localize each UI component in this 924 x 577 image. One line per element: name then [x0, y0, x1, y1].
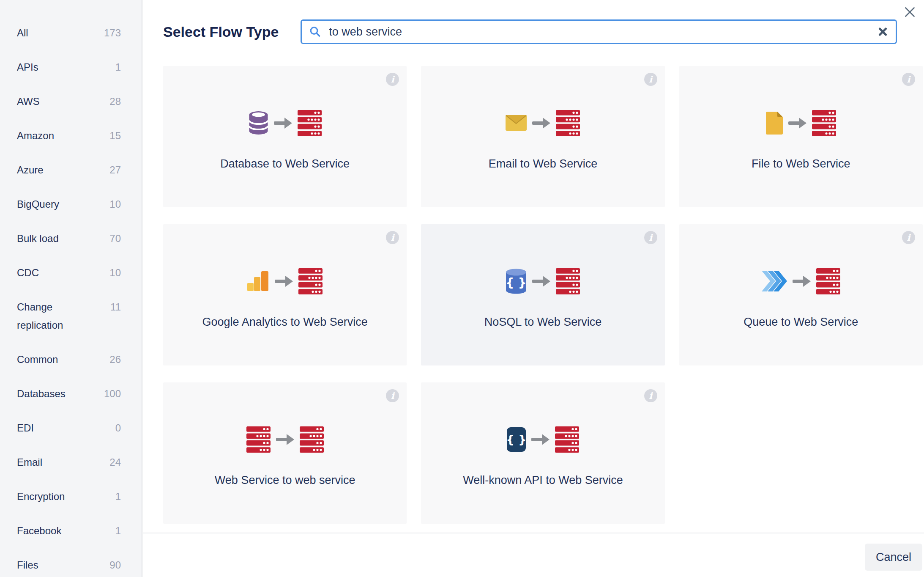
flow-type-card[interactable]: i File to Web Service — [679, 66, 923, 207]
dialog-header: Select Flow Type — [143, 0, 924, 44]
web-service-icon — [816, 268, 840, 296]
sidebar-item-label: Bulk load — [17, 229, 59, 247]
sidebar-item-label: Facebook — [17, 522, 61, 540]
flow-type-label: Database to Web Service — [220, 157, 350, 170]
flow-type-label: Email to Web Service — [489, 157, 598, 170]
flow-icon-group — [762, 268, 840, 296]
sidebar-item-count: 1 — [115, 58, 121, 76]
api-icon: { } — [507, 427, 526, 453]
sidebar-item-label: AWS — [17, 92, 40, 110]
info-icon[interactable]: i — [644, 389, 657, 402]
sidebar-item-common[interactable]: Common 26 — [17, 350, 121, 368]
search-icon — [309, 26, 321, 38]
arrow-icon — [788, 118, 806, 130]
search-box — [301, 19, 897, 44]
flow-type-card[interactable]: i — [163, 382, 407, 524]
category-sidebar: All 173 APIs 1 AWS 28 Amazon 15 Azure 27… — [0, 0, 142, 577]
sidebar-item-count: 1 — [115, 487, 121, 506]
sidebar-item-apis[interactable]: APIs 1 — [17, 58, 121, 76]
sidebar-item-count: 100 — [104, 385, 121, 403]
dialog-footer: Cancel — [143, 533, 924, 577]
sidebar-item-count: 0 — [115, 419, 121, 437]
sidebar-item-count: 10 — [109, 195, 121, 213]
flow-type-card[interactable]: i { } NoSQL to Web Service — [421, 224, 664, 365]
sidebar-item-amazon[interactable]: Amazon 15 — [17, 126, 121, 145]
sidebar-item-cdc[interactable]: CDC 10 — [17, 264, 121, 282]
sidebar-item-label: Azure — [17, 161, 44, 179]
arrow-icon — [793, 276, 811, 288]
web-service-icon — [246, 426, 271, 454]
flow-type-card[interactable]: i Google Analytics to Web Service — [163, 224, 407, 365]
sidebar-item-azure[interactable]: Azure 27 — [17, 161, 121, 179]
sidebar-item-facebook[interactable]: Facebook 1 — [17, 522, 121, 540]
sidebar-item-label: Files — [17, 556, 38, 574]
web-service-icon — [556, 268, 580, 296]
flow-type-label: Well-known API to Web Service — [463, 474, 623, 487]
flow-icon-group — [246, 426, 324, 454]
sidebar-item-databases[interactable]: Databases 100 — [17, 385, 121, 403]
sidebar-item-email[interactable]: Email 24 — [17, 453, 121, 471]
sidebar-list: All 173 APIs 1 AWS 28 Amazon 15 Azure 27… — [17, 24, 121, 574]
web-service-icon — [555, 426, 579, 454]
arrow-icon — [532, 276, 550, 288]
info-icon[interactable]: i — [386, 231, 399, 244]
cancel-button[interactable]: Cancel — [865, 544, 922, 571]
arrow-icon — [531, 434, 549, 447]
web-service-icon — [556, 110, 580, 138]
arrow-icon — [276, 434, 294, 447]
flow-type-label: File to Web Service — [752, 157, 850, 170]
flow-icon-group — [766, 110, 836, 138]
info-icon[interactable]: i — [644, 231, 657, 244]
info-icon[interactable]: i — [902, 231, 915, 244]
flow-icon-group — [506, 110, 580, 138]
sidebar-item-aws[interactable]: AWS 28 — [17, 92, 121, 110]
sidebar-item-encryption[interactable]: Encryption 1 — [17, 487, 121, 506]
sidebar-item-count: 11 — [110, 298, 121, 316]
arrow-icon — [274, 118, 292, 130]
dialog-close-button[interactable] — [903, 5, 916, 19]
database-icon — [249, 111, 268, 137]
sidebar-item-count: 15 — [109, 126, 121, 145]
flow-type-card[interactable]: i Email to Web Service — [421, 66, 664, 207]
sidebar-item-count: 24 — [109, 453, 121, 471]
sidebar-item-label: Amazon — [17, 126, 54, 145]
sidebar-item-files[interactable]: Files 90 — [17, 556, 121, 574]
flow-type-label: Web Service to web service — [215, 474, 355, 487]
dialog-title: Select Flow Type — [163, 24, 279, 40]
flow-icon-group: { } — [507, 426, 579, 454]
sidebar-item-change-replication[interactable]: Change replication 11 — [17, 298, 121, 334]
info-icon[interactable]: i — [644, 73, 657, 86]
sidebar-item-label: CDC — [17, 264, 39, 282]
sidebar-item-all[interactable]: All 173 — [17, 24, 121, 42]
sidebar-item-count: 10 — [109, 264, 121, 282]
close-icon — [904, 6, 916, 18]
flow-type-grid: i Database to Web Service — [163, 66, 923, 524]
sidebar-item-bigquery[interactable]: BigQuery 10 — [17, 195, 121, 213]
web-service-icon — [812, 110, 836, 138]
sidebar-item-label: BigQuery — [17, 195, 59, 213]
sidebar-item-count: 28 — [109, 92, 121, 110]
sidebar-item-edi[interactable]: EDI 0 — [17, 419, 121, 437]
sidebar-item-label: Databases — [17, 385, 66, 403]
email-icon — [506, 115, 527, 132]
sidebar-item-count: 27 — [109, 161, 121, 179]
file-icon — [766, 112, 783, 136]
search-input[interactable] — [302, 21, 896, 43]
sidebar-item-bulk-load[interactable]: Bulk load 70 — [17, 229, 121, 247]
info-icon[interactable]: i — [902, 73, 915, 86]
sidebar-item-label: Common — [17, 350, 58, 368]
sidebar-item-label: Email — [17, 453, 42, 471]
nosql-icon: { } — [506, 269, 527, 296]
info-icon[interactable]: i — [386, 73, 399, 86]
flow-type-label: Google Analytics to Web Service — [202, 316, 368, 329]
flow-type-card[interactable]: i { } Well-known API to Web Service — [421, 382, 664, 524]
clear-search-button[interactable] — [877, 26, 889, 38]
info-icon[interactable]: i — [386, 389, 399, 402]
web-service-icon — [298, 268, 323, 296]
svg-text:{ }: { } — [507, 433, 526, 446]
flow-type-card[interactable]: i Database to Web Service — [163, 66, 407, 207]
sidebar-item-label: All — [17, 24, 28, 42]
web-service-icon — [298, 110, 322, 138]
web-service-icon — [300, 426, 324, 454]
flow-type-card[interactable]: i Queue to Web Service — [679, 224, 923, 365]
